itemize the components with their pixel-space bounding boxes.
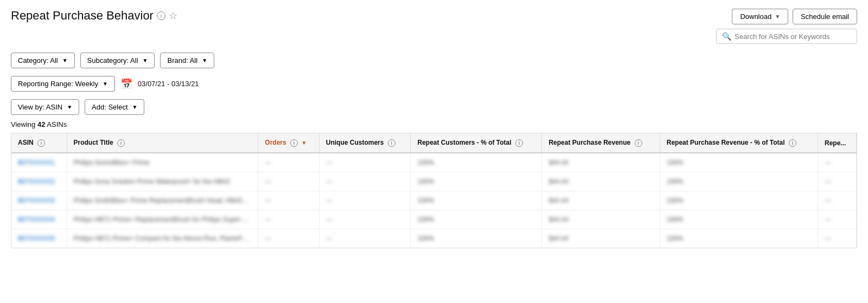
col-repe-label: Repe...	[825, 139, 846, 147]
col-product-title-label: Product Title	[74, 139, 113, 146]
cell-unique_customers: ---	[319, 191, 411, 210]
cell-product-title: Philips HB71 Prime+ ReplacementBrush for…	[67, 210, 258, 229]
data-table: ASIN i Product Title i Orders i ▼ Unique…	[11, 133, 857, 248]
viewing-suffix: ASINs	[47, 120, 67, 128]
cell-repeat_purchase_revenue: $##.##	[542, 229, 660, 248]
cell-repeat_purchase_revenue_pct: 100%	[660, 210, 818, 229]
cell-repeat_customers_pct: 100%	[411, 191, 542, 210]
cell-repeat_purchase_revenue_pct: 100%	[660, 172, 818, 191]
col-orders: Orders i ▼	[258, 133, 319, 153]
col-repe: Repe...	[818, 133, 857, 153]
schedule-email-button[interactable]: Schedule email	[793, 9, 857, 24]
col-repeat-purchase-revenue-info-icon[interactable]: i	[635, 139, 642, 147]
header-buttons: Download ▼ Schedule email	[732, 9, 857, 24]
page-title: Repeat Purchase Behavior i ☆	[11, 9, 177, 23]
table-row: B07XXXXX3Philips SmithBliss+ Prime Repla…	[11, 191, 857, 210]
calendar-icon[interactable]: 📅	[120, 78, 132, 90]
cell-asin[interactable]: B07XXXXX2	[11, 172, 67, 191]
table-body: B07XXXXX1Philips SomniBliss+ Prime------…	[11, 153, 857, 248]
col-repeat-purchase-revenue-pct-label: Repeat Purchase Revenue - % of Total	[667, 139, 785, 146]
download-button[interactable]: Download ▼	[732, 9, 788, 24]
view-by-filter[interactable]: View by: ASIN ▼	[11, 99, 79, 115]
date-separator: -	[165, 80, 171, 88]
title-icons: i ☆	[157, 10, 177, 22]
col-unique-customers-info-icon[interactable]: i	[388, 139, 395, 147]
date-from: 03/07/21	[138, 80, 165, 88]
title-text: Repeat Purchase Behavior	[11, 9, 154, 23]
search-icon: 🔍	[722, 32, 731, 41]
cell-repeat_customers_pct: 100%	[411, 172, 542, 191]
col-product-title-info-icon[interactable]: i	[117, 139, 125, 147]
cell-unique_customers: ---	[319, 153, 411, 172]
cell-product-title: Philips Sona Solution Prime Waterproof+ …	[67, 172, 258, 191]
cell-repe: ---	[818, 229, 857, 248]
cell-repeat_purchase_revenue_pct: 100%	[660, 229, 818, 248]
cell-repeat_purchase_revenue: $##.##	[542, 210, 660, 229]
cell-repeat_purchase_revenue_pct: 100%	[660, 191, 818, 210]
cell-asin[interactable]: B07XXXXX5	[11, 229, 67, 248]
col-orders-info-icon[interactable]: i	[290, 139, 298, 147]
asin-count: 42	[37, 120, 45, 128]
col-asin: ASIN i	[11, 133, 67, 153]
viewing-label: Viewing	[11, 120, 35, 128]
search-input[interactable]	[735, 33, 851, 41]
info-icon[interactable]: i	[157, 11, 165, 20]
col-orders-label: Orders	[265, 139, 286, 146]
cell-repeat_purchase_revenue: $##.##	[542, 153, 660, 172]
star-icon[interactable]: ☆	[169, 10, 177, 22]
add-select-filter[interactable]: Add: Select ▼	[85, 99, 144, 115]
view-by-label: View by: ASIN	[18, 103, 62, 111]
date-row: Reporting Range: Weekly ▼ 📅 03/07/21 - 0…	[11, 76, 857, 92]
reporting-range-filter[interactable]: Reporting Range: Weekly ▼	[11, 76, 115, 92]
header-actions: Download ▼ Schedule email 🔍	[716, 9, 857, 44]
reporting-range-chevron-icon: ▼	[103, 81, 108, 87]
table-row: B07XXXXX1Philips SomniBliss+ Prime------…	[11, 153, 857, 172]
cell-product-title: Philips HB71 Prime+ Compact for the Abov…	[67, 229, 258, 248]
cell-repe: ---	[818, 210, 857, 229]
cell-unique_customers: ---	[319, 229, 411, 248]
col-asin-info-icon[interactable]: i	[37, 139, 45, 147]
col-repeat-purchase-revenue-pct-info-icon[interactable]: i	[789, 139, 796, 147]
filter-row: Category: All ▼ Subcategory: All ▼ Brand…	[11, 53, 857, 68]
brand-filter[interactable]: Brand: All ▼	[160, 53, 214, 68]
col-orders-sort-icon[interactable]: ▼	[301, 140, 307, 146]
cell-repe: ---	[818, 153, 857, 172]
page-header: Repeat Purchase Behavior i ☆ Download ▼ …	[11, 9, 857, 44]
cell-product-title: Philips SomniBliss+ Prime	[67, 153, 258, 172]
cell-orders: ---	[258, 172, 319, 191]
col-asin-label: ASIN	[18, 139, 34, 146]
viewing-count: Viewing 42 ASINs	[11, 120, 857, 128]
cell-asin[interactable]: B07XXXXX1	[11, 153, 67, 172]
cell-orders: ---	[258, 229, 319, 248]
table-header-row: ASIN i Product Title i Orders i ▼ Unique…	[11, 133, 857, 153]
cell-orders: ---	[258, 153, 319, 172]
category-filter[interactable]: Category: All ▼	[11, 53, 75, 68]
cell-unique_customers: ---	[319, 172, 411, 191]
subcategory-filter[interactable]: Subcategory: All ▼	[80, 53, 155, 68]
cell-repeat_customers_pct: 100%	[411, 210, 542, 229]
cell-unique_customers: ---	[319, 210, 411, 229]
col-product-title: Product Title i	[67, 133, 258, 153]
add-select-chevron-icon: ▼	[132, 104, 138, 110]
add-select-label: Add: Select	[92, 103, 128, 111]
download-label: Download	[740, 12, 771, 21]
cell-asin[interactable]: B07XXXXX3	[11, 191, 67, 210]
cell-orders: ---	[258, 191, 319, 210]
cell-repeat_purchase_revenue: $##.##	[542, 191, 660, 210]
col-repeat-purchase-revenue-pct: Repeat Purchase Revenue - % of Total i	[660, 133, 818, 153]
date-to: 03/13/21	[171, 80, 199, 88]
table-row: B07XXXXX5Philips HB71 Prime+ Compact for…	[11, 229, 857, 248]
col-repeat-customers-pct-info-icon[interactable]: i	[515, 139, 523, 147]
brand-label: Brand: All	[167, 56, 197, 65]
table-row: B07XXXXX4Philips HB71 Prime+ Replacement…	[11, 210, 857, 229]
cell-repeat_customers_pct: 100%	[411, 229, 542, 248]
schedule-email-label: Schedule email	[801, 12, 849, 21]
cell-repeat_purchase_revenue: $##.##	[542, 172, 660, 191]
brand-chevron-icon: ▼	[202, 57, 207, 63]
cell-repeat_purchase_revenue_pct: 100%	[660, 153, 818, 172]
subcategory-chevron-icon: ▼	[143, 57, 148, 63]
search-box[interactable]: 🔍	[716, 29, 857, 44]
category-chevron-icon: ▼	[62, 57, 68, 63]
cell-asin[interactable]: B07XXXXX4	[11, 210, 67, 229]
cell-product-title: Philips SmithBliss+ Prime ReplacementBru…	[67, 191, 258, 210]
